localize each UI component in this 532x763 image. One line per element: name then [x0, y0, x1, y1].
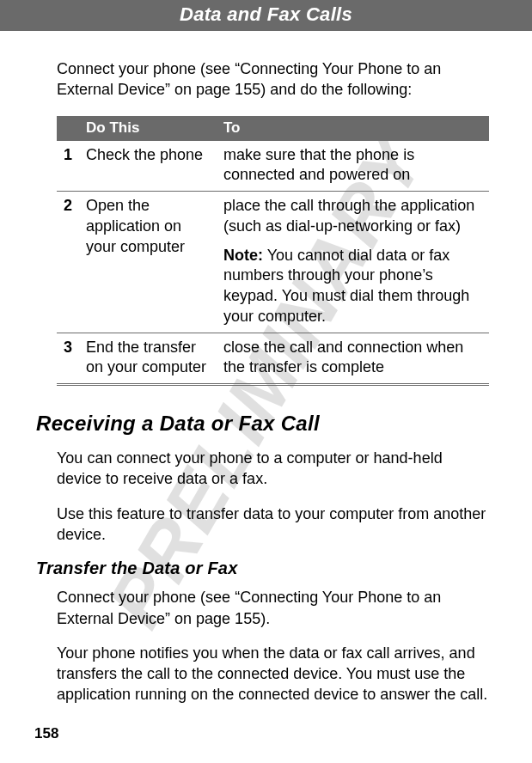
- col-header-num: [57, 116, 79, 141]
- step-note: Note: You cannot dial data or fax number…: [223, 246, 484, 327]
- col-header-do: Do This: [79, 116, 217, 141]
- step-action: Open the application on your computer: [79, 192, 217, 333]
- table-row: 2 Open the application on your computer …: [57, 192, 489, 333]
- step-result-text: place the call through the application (…: [223, 197, 474, 235]
- note-label: Note:: [223, 247, 263, 264]
- subsection-heading: Transfer the Data or Fax: [36, 559, 489, 578]
- table-row: 1 Check the phone make sure that the pho…: [57, 141, 489, 192]
- chapter-title: Data and Fax Calls: [0, 3, 532, 26]
- section-heading: Receiving a Data or Fax Call: [36, 412, 489, 436]
- step-result: close the call and connection when the t…: [217, 333, 489, 385]
- step-number: 3: [57, 333, 79, 385]
- table-row: 3 End the transfer on your computer clos…: [57, 333, 489, 385]
- instruction-table: Do This To 1 Check the phone make sure t…: [57, 116, 489, 387]
- body-paragraph: You can connect your phone to a computer…: [57, 448, 489, 490]
- step-result: place the call through the application (…: [217, 192, 489, 333]
- body-paragraph: Use this feature to transfer data to you…: [57, 504, 489, 546]
- body-paragraph: Connect your phone (see “Connecting Your…: [57, 587, 489, 629]
- table-header-row: Do This To: [57, 116, 489, 141]
- step-action: End the transfer on your computer: [79, 333, 217, 385]
- page-content: Connect your phone (see “Connecting Your…: [0, 31, 532, 705]
- page-number: 158: [34, 725, 58, 742]
- col-header-to: To: [217, 116, 489, 141]
- step-number: 2: [57, 192, 79, 333]
- step-action: Check the phone: [79, 141, 217, 192]
- step-number: 1: [57, 141, 79, 192]
- step-result: make sure that the phone is connected an…: [217, 141, 489, 192]
- intro-paragraph: Connect your phone (see “Connecting Your…: [57, 58, 489, 101]
- chapter-header-bar: Data and Fax Calls: [0, 0, 532, 31]
- body-paragraph: Your phone notifies you when the data or…: [57, 643, 489, 705]
